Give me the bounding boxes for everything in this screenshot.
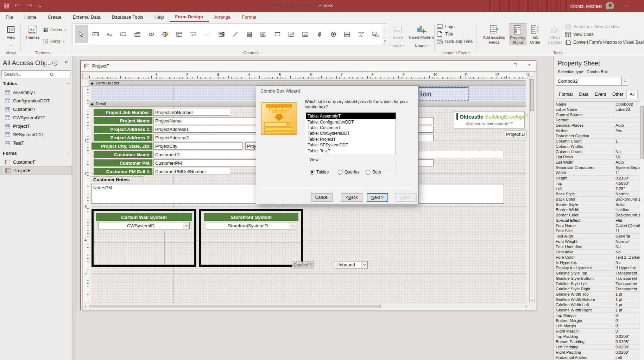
property-row-font-name[interactable]: Font NameCalibri (Detail) bbox=[554, 223, 640, 228]
form-close-button[interactable]: × bbox=[525, 62, 534, 67]
property-row-top[interactable]: Top4.5833" bbox=[554, 181, 640, 186]
property-row-width[interactable]: Width1" bbox=[554, 170, 640, 176]
property-row-list-width[interactable]: List WidthAuto bbox=[554, 160, 640, 165]
control-line-button[interactable] bbox=[229, 25, 242, 43]
ribbon-tab-arrange[interactable]: Arrange bbox=[209, 12, 236, 22]
property-row-gridline-style-left[interactable]: Gridline Style LeftTransparent bbox=[554, 281, 640, 286]
control-web-browser-button[interactable] bbox=[159, 25, 172, 43]
field-label-customer-pm[interactable]: Customer PM: bbox=[94, 159, 152, 166]
property-row-gridline-style-right[interactable]: Gridline Style RightTransparent bbox=[554, 286, 640, 292]
search-icon[interactable] bbox=[36, 72, 68, 77]
ribbon-date-and-time-button[interactable]: Date and Time bbox=[436, 38, 475, 45]
nav-item-customerf[interactable]: CustomerF bbox=[0, 158, 72, 166]
ribbon-tab-file[interactable]: File bbox=[0, 12, 19, 22]
property-row-gridline-width-left[interactable]: Gridline Width Left1 pt bbox=[554, 302, 640, 308]
ps-tab-data[interactable]: Data bbox=[576, 90, 592, 99]
gallery-scroll-down[interactable] bbox=[382, 31, 388, 38]
property-grid-scrollbar[interactable] bbox=[640, 101, 644, 360]
property-row-bottom-margin[interactable]: Bottom Margin0" bbox=[554, 318, 640, 323]
nav-item-projectt[interactable]: ProjectT bbox=[0, 122, 72, 130]
field-textbox-customerpmcellnumber[interactable]: CustomerPMCellNumber bbox=[153, 168, 230, 175]
form-header-section-bar[interactable]: ◆Form Header bbox=[89, 80, 526, 86]
property-row-fore-color[interactable]: Fore ColorText 2, Darker 50% bbox=[554, 255, 640, 260]
property-row-text-align[interactable]: Text AlignGeneral bbox=[554, 234, 640, 239]
property-row-left-margin[interactable]: Left Margin0" bbox=[554, 323, 640, 329]
property-row-control-source[interactable]: Control Source bbox=[554, 112, 640, 118]
wizard-table-item-table-sfsystemddt[interactable]: Table: SFSystemDDT bbox=[306, 142, 396, 148]
field-textbox-projectcity[interactable]: ProjectCity bbox=[153, 143, 242, 150]
property-row-is-hyperlink[interactable]: Is HyperlinkNo bbox=[554, 260, 640, 265]
customize-quick-access-icon[interactable] bbox=[38, 5, 42, 8]
nav-item-testt[interactable]: TestT bbox=[0, 139, 72, 147]
scroll-up-icon[interactable] bbox=[530, 74, 535, 78]
gallery-scroll-up[interactable] bbox=[382, 24, 388, 31]
property-row-top-margin[interactable]: Top Margin0" bbox=[554, 313, 640, 318]
nav-item-sfsystemddt[interactable]: SFSystemDDT bbox=[0, 130, 72, 139]
property-row-back-color[interactable]: Back ColorBackground 1 bbox=[554, 197, 640, 202]
project-id-textbox[interactable]: ProjectID bbox=[505, 131, 526, 138]
property-row-border-width[interactable]: Border WidthHairline bbox=[554, 207, 640, 213]
property-row-back-style[interactable]: Back StyleNormal bbox=[554, 191, 640, 197]
nav-item-projectf[interactable]: ProjectF bbox=[0, 166, 72, 175]
property-row-list-rows[interactable]: List Rows16 bbox=[554, 154, 640, 160]
hscroll-thumb[interactable] bbox=[89, 305, 381, 308]
ribbon-tab-home[interactable]: Home bbox=[19, 12, 42, 22]
view-code-button[interactable]: View Code bbox=[564, 31, 644, 38]
control-list-box-button[interactable] bbox=[257, 25, 270, 43]
field-label-customer-name[interactable]: Customer Name: bbox=[94, 151, 152, 158]
control-navigation-control-button[interactable] bbox=[173, 25, 186, 43]
property-sheet-button[interactable]: PropertySheet bbox=[509, 23, 526, 45]
subform-storefront-system[interactable]: Storefront SystemStorefrontSystemID bbox=[199, 209, 303, 267]
nav-menu-icon[interactable] bbox=[52, 61, 57, 66]
vscroll-thumb[interactable] bbox=[530, 79, 534, 111]
subform-curtain-wall-system[interactable]: Curtain Wall SystemCWSystemID bbox=[91, 209, 196, 267]
pane-resize-strip[interactable] bbox=[72, 56, 76, 360]
wizard-table-item-table-customert[interactable]: Table: CustomerT bbox=[306, 125, 396, 131]
company-logo[interactable]: Oldcastle BuildingEnvelope® Engineering … bbox=[454, 111, 525, 129]
control-bound-object-frame-button[interactable]: XYZ bbox=[355, 25, 368, 43]
field-textbox-projectjobnumber[interactable]: ProjectJobNumber bbox=[153, 109, 230, 116]
insert-image-button[interactable]: Insert Image bbox=[389, 23, 407, 51]
avatar[interactable] bbox=[605, 1, 614, 11]
property-row-column-count[interactable]: Column Count1 bbox=[554, 139, 640, 144]
new-combo-label[interactable]: Combo82 bbox=[292, 261, 314, 269]
property-row-gridline-width-top[interactable]: Gridline Width Top1 pt bbox=[554, 292, 640, 297]
property-row-font-italic[interactable]: Font ItalicNo bbox=[554, 250, 640, 255]
combo-dropdown-button[interactable] bbox=[183, 222, 189, 229]
property-row-right-padding[interactable]: Right Padding0.0208" bbox=[554, 350, 640, 355]
property-row-column-widths[interactable]: Column Widths bbox=[554, 144, 640, 149]
control-toggle-button-button[interactable] bbox=[243, 25, 256, 43]
undo-icon[interactable] bbox=[14, 3, 21, 9]
property-row-display-as-hyperlink[interactable]: Display As HyperlinkIf Hyperlink bbox=[554, 265, 640, 271]
property-row-height[interactable]: Height0.2188" bbox=[554, 176, 640, 181]
control-attachment-button[interactable] bbox=[313, 25, 326, 43]
nav-item-assemblyt[interactable]: AssemblyT bbox=[0, 88, 72, 96]
fonts-button[interactable]: A Fonts bbox=[43, 38, 65, 44]
control-option-button-button[interactable] bbox=[327, 25, 340, 43]
wizard-table-item-table-cwsystemddt[interactable]: Table: CWSystemDDT bbox=[306, 131, 396, 136]
convert-form-s-macros-to-visual-basic-button[interactable]: Convert Form's Macros to Visual Basic bbox=[564, 38, 644, 46]
next-button[interactable]: Next > bbox=[367, 193, 388, 202]
property-row-gridline-width-right[interactable]: Gridline Width Right1 pt bbox=[554, 308, 640, 313]
subform-combo-storefrontsystemid[interactable]: StorefrontSystemID bbox=[206, 222, 296, 229]
property-row-font-underline[interactable]: Font UnderlineNo bbox=[554, 244, 640, 250]
property-row-border-style[interactable]: Border StyleSolid bbox=[554, 202, 640, 207]
scroll-down-icon[interactable] bbox=[530, 298, 535, 303]
control-tab-control-button[interactable] bbox=[131, 25, 144, 43]
wizard-table-item-table-assemblyt[interactable]: Table: AssemblyT bbox=[306, 113, 396, 119]
radio-queries[interactable]: Queries bbox=[338, 170, 359, 175]
control-label-button[interactable]: Aa bbox=[103, 25, 116, 43]
wizard-table-list[interactable]: Table: AssemblyTTable: ConfigurationDDTT… bbox=[306, 112, 396, 154]
form-horizontal-scrollbar[interactable] bbox=[82, 304, 529, 309]
ribbon-tab-format[interactable]: Format bbox=[236, 12, 262, 22]
nav-item-configurationddt[interactable]: ConfigurationDDT bbox=[0, 96, 72, 105]
nav-section-forms[interactable]: Forms bbox=[0, 149, 72, 157]
ribbon-title-button[interactable]: Title bbox=[436, 30, 475, 38]
ruler-corner[interactable] bbox=[82, 73, 89, 79]
control-option-group-button[interactable]: XYZ bbox=[187, 25, 200, 43]
combo-dropdown-button[interactable] bbox=[361, 261, 367, 268]
property-row-horizontal-anchor[interactable]: Horizontal AnchorLeft bbox=[554, 355, 640, 360]
ribbon-tab-help[interactable]: Help bbox=[149, 12, 170, 22]
control-hyperlink-button[interactable] bbox=[145, 25, 158, 43]
property-row-separator-characters[interactable]: Separator CharactersSystem Separator bbox=[554, 165, 640, 170]
